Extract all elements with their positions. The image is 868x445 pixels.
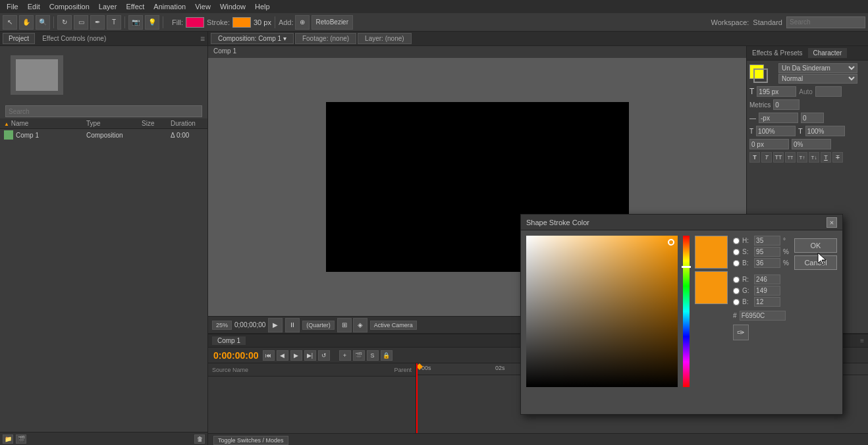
ok-button[interactable]: OK bbox=[794, 238, 837, 253]
r-input[interactable] bbox=[754, 275, 780, 284]
left-panel-close[interactable]: ≡ bbox=[200, 34, 205, 43]
tool-pen[interactable]: ✒ bbox=[90, 15, 105, 30]
tl-lock[interactable]: 🔒 bbox=[381, 350, 393, 361]
tl-comp-btn[interactable]: 🎬 bbox=[353, 350, 365, 361]
menu-file[interactable]: File bbox=[3, 1, 22, 12]
tool-hand[interactable]: ✋ bbox=[19, 15, 34, 30]
new-comp-btn[interactable]: 🎬 bbox=[16, 434, 26, 444]
stroke-swatch[interactable] bbox=[232, 17, 251, 28]
font-family-select[interactable]: Un Da Sinderam bbox=[778, 63, 857, 73]
timeline-current-time[interactable]: 0:00:00:00 bbox=[213, 350, 259, 361]
leading2-input[interactable] bbox=[759, 113, 798, 123]
radio-b[interactable] bbox=[733, 260, 740, 267]
tool-select[interactable]: ↖ bbox=[3, 15, 17, 30]
tool-rotate[interactable]: ↻ bbox=[57, 15, 72, 30]
tl-next-frame[interactable]: ▶| bbox=[304, 350, 316, 361]
b-input-hsb[interactable] bbox=[754, 258, 780, 268]
col-duration-header: Duration bbox=[171, 120, 203, 127]
pause-btn[interactable]: ⏸ bbox=[285, 318, 300, 332]
radio-h[interactable] bbox=[733, 238, 740, 244]
radio-r[interactable] bbox=[733, 276, 740, 283]
project-search-input[interactable] bbox=[5, 105, 202, 117]
hue-slider[interactable] bbox=[683, 236, 690, 387]
menu-edit[interactable]: Edit bbox=[24, 1, 44, 12]
search-input[interactable] bbox=[786, 16, 865, 28]
super-btn[interactable]: T↑ bbox=[797, 152, 807, 163]
tl-loop[interactable]: ↺ bbox=[318, 350, 330, 361]
hex-input[interactable] bbox=[740, 311, 786, 321]
dialog-close-btn[interactable]: × bbox=[827, 217, 837, 228]
color-canvas[interactable] bbox=[526, 236, 678, 387]
baseline-input[interactable] bbox=[801, 113, 824, 123]
add-btn[interactable]: ⊕ bbox=[295, 15, 310, 30]
timeline-tab-comp1[interactable]: Comp 1 bbox=[212, 336, 246, 345]
comp-tab-comp1[interactable]: Composition: Comp 1 ▾ bbox=[211, 33, 294, 44]
smallcaps-btn[interactable]: TT bbox=[785, 152, 796, 163]
sub-btn[interactable]: T↓ bbox=[809, 152, 819, 163]
menu-help[interactable]: Help bbox=[251, 1, 274, 12]
tool-light[interactable]: 💡 bbox=[145, 15, 159, 30]
zoom-select[interactable]: 25% bbox=[212, 321, 232, 330]
menu-window[interactable]: Window bbox=[216, 1, 250, 12]
swatch-old bbox=[695, 271, 728, 304]
radio-g[interactable] bbox=[733, 288, 740, 294]
color-gradient-picker[interactable] bbox=[526, 236, 678, 387]
new-folder-btn[interactable]: 📁 bbox=[3, 434, 13, 444]
radio-s[interactable] bbox=[733, 249, 740, 255]
project-row-comp1[interactable]: Comp 1 Composition Δ 0:00 bbox=[0, 129, 207, 141]
tab-project[interactable]: Project bbox=[3, 33, 35, 44]
quality-select[interactable]: (Quarter) bbox=[302, 321, 335, 330]
menu-composition[interactable]: Composition bbox=[45, 1, 94, 12]
tab-effects-presets[interactable]: Effects & Presets bbox=[747, 48, 808, 58]
radio-b2[interactable] bbox=[733, 299, 740, 305]
char-color-swatch[interactable] bbox=[749, 65, 771, 83]
font-size-input[interactable] bbox=[757, 86, 796, 97]
comp-tab-footage[interactable]: Footage: (none) bbox=[295, 33, 356, 44]
scale-h-input[interactable] bbox=[756, 126, 796, 136]
grid-btn[interactable]: ⊞ bbox=[337, 318, 352, 332]
comp-tab-layer[interactable]: Layer: (none) bbox=[358, 33, 411, 44]
b-input-rgb[interactable] bbox=[754, 297, 780, 307]
skew-input[interactable] bbox=[792, 139, 831, 149]
menu-animation[interactable]: Animation bbox=[149, 1, 190, 12]
cancel-button[interactable]: Cancel bbox=[794, 255, 837, 270]
tracking-input[interactable] bbox=[773, 99, 800, 110]
font-style-select[interactable]: Normal bbox=[778, 74, 857, 84]
retobezier-btn[interactable]: RetoBezier bbox=[312, 15, 353, 30]
s-input[interactable] bbox=[754, 247, 780, 257]
strikethrough-btn[interactable]: T bbox=[832, 152, 843, 163]
tl-solo[interactable]: S bbox=[367, 350, 379, 361]
color-swatches bbox=[695, 236, 728, 409]
underline-btn[interactable]: T bbox=[821, 152, 831, 163]
tab-character[interactable]: Character bbox=[808, 48, 848, 58]
menu-view[interactable]: View bbox=[191, 1, 215, 12]
h-input[interactable] bbox=[754, 236, 780, 246]
tl-play[interactable]: ▶ bbox=[290, 350, 302, 361]
color-dialog[interactable]: Shape Stroke Color × bbox=[520, 214, 843, 415]
scale-v-input[interactable] bbox=[805, 126, 845, 136]
baseline2-input[interactable] bbox=[749, 139, 789, 149]
tl-new-layer[interactable]: + bbox=[339, 350, 351, 361]
tool-zoom[interactable]: 🔍 bbox=[36, 15, 50, 30]
leading-input[interactable] bbox=[815, 86, 842, 97]
delete-btn[interactable]: 🗑 bbox=[194, 434, 205, 444]
tab-effect-controls[interactable]: Effect Controls (none) bbox=[36, 33, 112, 44]
tool-text[interactable]: T bbox=[107, 15, 121, 30]
toggle-switches-modes[interactable]: Toggle Switches / Modes bbox=[213, 436, 288, 445]
tl-jump-start[interactable]: ⏮ bbox=[263, 350, 275, 361]
eyedropper-btn[interactable]: ✑ bbox=[733, 325, 749, 340]
g-input[interactable] bbox=[754, 286, 780, 296]
italic-btn[interactable]: T bbox=[761, 152, 772, 163]
allcaps-btn[interactable]: TT bbox=[773, 152, 784, 163]
tool-camera[interactable]: 📷 bbox=[128, 15, 143, 30]
menu-effect[interactable]: Effect bbox=[122, 1, 148, 12]
r-label: R: bbox=[742, 276, 751, 283]
tl-prev-frame[interactable]: ◀ bbox=[277, 350, 288, 361]
mask-btn[interactable]: ◈ bbox=[353, 318, 367, 332]
view-select[interactable]: Active Camera bbox=[370, 321, 417, 330]
fill-swatch[interactable] bbox=[186, 17, 204, 28]
play-btn[interactable]: ▶ bbox=[268, 318, 283, 332]
menu-layer[interactable]: Layer bbox=[95, 1, 121, 12]
tool-rect[interactable]: ▭ bbox=[74, 15, 88, 30]
bold-btn[interactable]: T bbox=[749, 152, 760, 163]
